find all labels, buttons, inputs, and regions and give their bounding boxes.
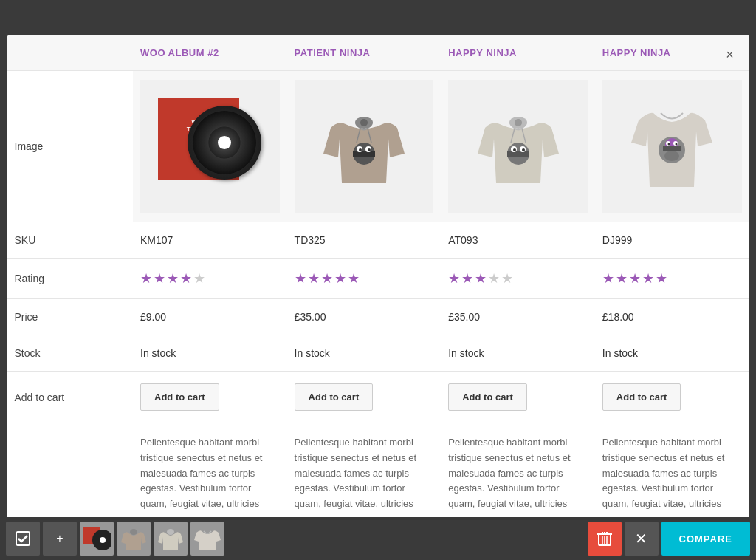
description-cell-4: Pellentesque habitant morbi tristique se…	[595, 423, 749, 525]
add-to-cart-button-3[interactable]: Add to cart	[448, 383, 527, 411]
svg-point-25	[522, 148, 525, 151]
toolbar-delete-button[interactable]	[588, 522, 622, 556]
modal-body: WOO ALBUM #2 PATIENT NINJA HAPPY NINJA H…	[7, 35, 749, 525]
svg-point-33	[664, 151, 679, 161]
svg-point-24	[513, 148, 516, 151]
plus-icon: +	[56, 532, 63, 545]
svg-rect-21	[507, 151, 529, 157]
rating-value-4: ★ ★ ★ ★ ★	[595, 259, 749, 299]
add-to-cart-button-4[interactable]: Add to cart	[602, 383, 681, 411]
star-3-3: ★	[475, 270, 487, 287]
add-to-cart-cell-4: Add to cart	[595, 372, 749, 423]
sku-value-1: KM107	[133, 222, 287, 259]
stock-label: Stock	[7, 335, 134, 372]
price-label: Price	[7, 299, 134, 335]
sku-value-4: DJ999	[595, 222, 749, 259]
close-icon: ✕	[635, 530, 647, 547]
add-to-cart-cell-1: Add to cart	[133, 372, 287, 423]
stars-4: ★ ★ ★ ★ ★	[602, 270, 742, 287]
description-cell-1: Pellentesque habitant morbi tristique se…	[133, 423, 287, 525]
compare-modal: × WOO ALBUM #2 PATIENT NINJA HAPPY NINJA	[7, 35, 749, 525]
svg-point-39	[167, 529, 174, 535]
stars-1: ★ ★ ★ ★ ★	[140, 270, 280, 287]
label-column-header	[7, 35, 134, 71]
svg-rect-28	[663, 146, 681, 151]
hoodie-light-image	[470, 87, 566, 205]
image-label: Image	[7, 71, 134, 222]
add-to-cart-cell-2: Add to cart	[287, 372, 441, 423]
toolbar-thumbnail-4[interactable]	[190, 522, 224, 556]
star-1-2: ★	[154, 270, 165, 287]
price-value-1: £9.00	[133, 299, 287, 335]
add-to-cart-cell-3: Add to cart	[441, 372, 595, 423]
svg-rect-34	[16, 532, 30, 545]
trash-icon	[597, 530, 612, 547]
star-3-4: ★	[488, 270, 500, 287]
toolbar-checkbox-button[interactable]	[6, 522, 40, 556]
stock-value-4: In stock	[595, 335, 749, 372]
star-4-2: ★	[616, 270, 628, 287]
toolbar-close-button[interactable]: ✕	[625, 522, 659, 556]
product-image-cell-1: WOOTHEMES	[133, 71, 287, 222]
sku-row: SKU KM107 TD325 AT093 DJ999	[7, 222, 749, 259]
star-3-2: ★	[461, 270, 473, 287]
svg-point-31	[668, 143, 670, 146]
thumbnail-tshirt-icon	[193, 524, 222, 553]
stock-row: Stock In stock In stock In stock In stoc…	[7, 335, 749, 372]
product-image-3	[448, 80, 588, 213]
description-text-4: Pellentesque habitant morbi tristique se…	[602, 437, 724, 509]
description-text-1: Pellentesque habitant morbi tristique se…	[140, 437, 262, 509]
sku-value-2: TD325	[287, 222, 441, 259]
checkbox-icon	[15, 530, 31, 547]
toolbar-thumbnail-1[interactable]	[80, 522, 114, 556]
price-value-3: £35.00	[441, 299, 595, 335]
add-to-cart-button-2[interactable]: Add to cart	[295, 383, 374, 411]
rating-value-3: ★ ★ ★ ★ ★	[441, 259, 595, 299]
thumbnail-hoodie-light-icon	[156, 524, 185, 553]
thumbnail-hoodie-dark-icon	[119, 524, 148, 553]
star-4-5: ★	[656, 270, 667, 287]
star-2-2: ★	[308, 270, 320, 287]
add-to-cart-row: Add to cart Add to cart Add to cart Add …	[7, 372, 749, 423]
rating-label: Rating	[7, 259, 134, 299]
star-3-5: ★	[501, 270, 513, 287]
modal-close-button[interactable]: ×	[720, 44, 740, 65]
add-to-cart-button-1[interactable]: Add to cart	[140, 383, 219, 411]
star-4-4: ★	[642, 270, 654, 287]
toolbar-compare-button[interactable]: COMPARE	[662, 522, 750, 556]
star-1-4: ★	[180, 270, 192, 287]
product-image-cell-3	[441, 71, 595, 222]
sku-value-3: AT093	[441, 222, 595, 259]
svg-rect-11	[353, 151, 375, 157]
toolbar-add-button[interactable]: +	[43, 522, 77, 556]
star-4-1: ★	[602, 270, 614, 287]
stock-value-3: In stock	[441, 335, 595, 372]
rating-value-2: ★ ★ ★ ★ ★	[287, 259, 441, 299]
toolbar-thumbnail-3[interactable]	[154, 522, 188, 556]
rating-row: Rating ★ ★ ★ ★ ★ ★	[7, 259, 749, 299]
album-image: WOOTHEMES	[158, 91, 261, 202]
stars-2: ★ ★ ★ ★ ★	[295, 270, 434, 287]
stars-3: ★ ★ ★ ★ ★	[448, 270, 588, 287]
tshirt-image	[628, 91, 716, 202]
table-header-row: WOO ALBUM #2 PATIENT NINJA HAPPY NINJA H…	[7, 35, 749, 71]
vinyl-disc	[188, 106, 261, 180]
toolbar-thumbnail-2[interactable]	[117, 522, 151, 556]
product-header-3: HAPPY NINJA	[441, 35, 595, 71]
star-2-4: ★	[334, 270, 346, 287]
svg-point-15	[368, 148, 371, 151]
svg-point-37	[100, 537, 106, 543]
compare-table: WOO ALBUM #2 PATIENT NINJA HAPPY NINJA H…	[7, 35, 749, 525]
add-to-cart-label: Add to cart	[7, 372, 134, 423]
image-row: Image WOOTHEMES	[7, 71, 749, 222]
description-cell-3: Pellentesque habitant morbi tristique se…	[441, 423, 595, 525]
product-header-1: WOO ALBUM #2	[133, 35, 287, 71]
star-1-3: ★	[167, 270, 179, 287]
product-image-1: WOOTHEMES	[140, 80, 280, 213]
description-text-2: Pellentesque habitant morbi tristique se…	[295, 437, 416, 509]
stock-value-1: In stock	[133, 335, 287, 372]
product-image-2	[295, 80, 434, 213]
star-2-5: ★	[348, 270, 360, 287]
price-row: Price £9.00 £35.00 £35.00 £18.00	[7, 299, 749, 335]
star-2-1: ★	[295, 270, 306, 287]
